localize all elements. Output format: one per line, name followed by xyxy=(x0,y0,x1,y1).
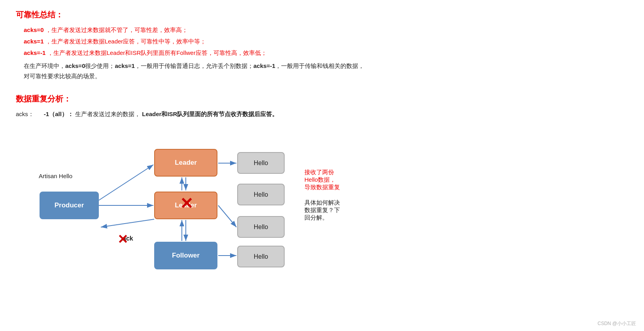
hello4-label: Hello xyxy=(254,253,268,260)
hello3-label: Hello xyxy=(254,224,268,231)
data-duplicate-section: 数据重复分析： acks： -1（all）： 生产者发送过来的数据， Leade… xyxy=(16,94,628,283)
follower-label: Follower xyxy=(172,252,200,260)
reliability-section: 可靠性总结： acks=0 ，生产者发送过来数据就不管了，可靠性差，效率高； a… xyxy=(16,9,628,81)
acks-line: acks： -1（all）： 生产者发送过来的数据， Leader和ISR队列里… xyxy=(16,111,628,118)
hello1-label: Hello xyxy=(254,160,268,167)
hello-box-3: Hello xyxy=(237,216,285,238)
acks0-key: acks=0 xyxy=(24,26,43,33)
side-note-red: 接收了两份Hello数据，导致数据重复 xyxy=(304,169,340,191)
acks-bold: Leader和ISR队列里面的所有节点收齐数据后应答。 xyxy=(142,111,278,117)
reliability-item-1: acks=1 ，生产者发送过来数据Leader应答，可靠性中等，效率中等； xyxy=(16,38,628,45)
reliability-item-0: acks=0 ，生产者发送过来数据就不管了，可靠性差，效率高； xyxy=(16,26,628,34)
reliability-title: 可靠性总结： xyxy=(16,9,628,20)
acks-value: -1（all）： xyxy=(44,111,74,117)
diagram-area: Artisan Hello Producer Leader Leader ✕ F… xyxy=(16,125,340,283)
svg-line-2 xyxy=(99,165,153,200)
acks1-text: ，生产者发送过来数据Leader应答，可靠性中等，效率中等； xyxy=(45,38,206,45)
producer-box: Producer xyxy=(40,192,99,219)
hello-box-4: Hello xyxy=(237,246,285,267)
reliability-note: 在生产环境中，acks=0很少使用；acks=1，一般用于传输普通日志，允许丢个… xyxy=(16,61,628,81)
side-note-black: 具体如何解决数据重复？下回分解。 xyxy=(304,199,340,222)
acks0-text: ，生产者发送过来数据就不管了，可靠性差，效率高； xyxy=(45,26,188,33)
leader2-red-x: ✕ xyxy=(180,194,193,213)
svg-line-4 xyxy=(101,219,154,227)
artisan-label: Artisan Hello xyxy=(39,173,72,179)
producer-label: Producer xyxy=(55,201,84,209)
footer: CSDN @小小工匠 xyxy=(597,320,636,327)
hello2-label: Hello xyxy=(254,191,268,198)
note-text: 在生产环境中，acks=0很少使用；acks=1，一般用于传输普通日志，允许丢个… xyxy=(24,62,364,79)
reliability-item-2: acks=-1 ，生产者发送过来数据Leader和ISR队列里面所有Follwe… xyxy=(16,49,628,57)
acks-prefix: acks： xyxy=(16,111,34,117)
side-note: 接收了两份Hello数据，导致数据重复 具体如何解决数据重复？下回分解。 xyxy=(304,169,340,222)
hello-box-1: Hello xyxy=(237,152,285,174)
ack-red-x: ✕ xyxy=(117,232,128,247)
hello-box-2: Hello xyxy=(237,184,285,205)
svg-line-10 xyxy=(218,205,236,227)
acksm1-key: acks=-1 xyxy=(24,49,45,56)
leader1-box: Leader xyxy=(154,149,217,177)
follower-box: Follower xyxy=(154,242,217,269)
acks-text: 生产者发送过来的数据， xyxy=(75,111,140,117)
data-duplicate-title: 数据重复分析： xyxy=(16,94,628,104)
acksm1-text: ，生产者发送过来数据Leader和ISR队列里面所有Follwer应答，可靠性高… xyxy=(47,49,267,56)
leader1-label: Leader xyxy=(175,159,197,167)
acks1-key: acks=1 xyxy=(24,38,43,45)
